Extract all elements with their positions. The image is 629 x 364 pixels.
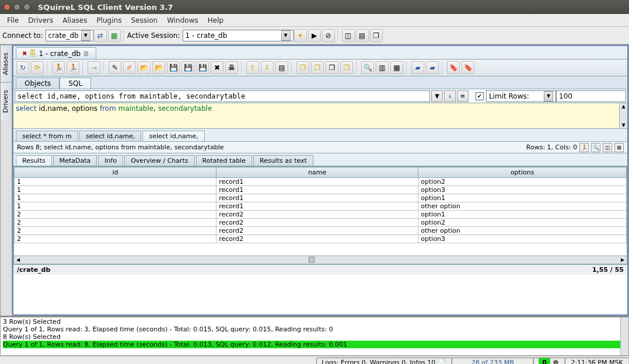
chevron-down-icon[interactable]: ▼ xyxy=(81,30,90,41)
table-cell[interactable]: other option xyxy=(418,202,627,211)
table-row[interactable]: 2record2option2 xyxy=(15,219,627,227)
menu-windows[interactable]: Windows xyxy=(162,15,203,26)
table-row[interactable]: 1record1option3 xyxy=(15,186,627,194)
list-icon[interactable]: ≡ xyxy=(457,90,469,102)
chevron-down-icon[interactable]: ▼ xyxy=(281,30,291,41)
edit-button[interactable]: ✐ xyxy=(123,61,136,74)
cut-button[interactable]: ❐ xyxy=(340,61,353,74)
table-cell[interactable]: record1 xyxy=(216,202,418,211)
results-tab-info[interactable]: Info xyxy=(98,155,123,166)
copy-button[interactable]: ❐ xyxy=(296,61,309,74)
status-gc[interactable]: 0 🗑 xyxy=(533,358,565,365)
table-row[interactable]: 1record1option1 xyxy=(15,194,627,202)
close-result-icon[interactable]: ⊠ xyxy=(614,143,624,152)
connect-button[interactable]: ⇄ xyxy=(94,29,107,42)
table-cell[interactable]: 2 xyxy=(15,211,216,219)
history-tab[interactable]: select * from m xyxy=(16,131,78,141)
log-scrollbar[interactable] xyxy=(620,317,628,355)
close-icon[interactable]: ✖ xyxy=(22,50,27,57)
run-all-button[interactable]: 🏃 xyxy=(67,61,79,74)
col-id[interactable]: id xyxy=(15,167,216,178)
history-tab[interactable]: select id,name, xyxy=(79,131,141,141)
save-all-button[interactable]: 💾 xyxy=(196,61,209,74)
limit-checkbox[interactable]: ✔ xyxy=(476,92,484,100)
graph2-button[interactable]: ▰ xyxy=(426,61,439,74)
print-button[interactable]: 🖶 xyxy=(225,61,238,74)
table-cell[interactable]: 1 xyxy=(15,194,216,202)
find-button[interactable]: 🔍 xyxy=(361,61,374,74)
new-sql-button[interactable]: ✎ xyxy=(109,61,121,74)
reconnect-button[interactable]: ⟳ xyxy=(31,61,44,74)
results-table[interactable]: id name options 1record1option21record1o… xyxy=(14,167,627,243)
copy-html-button[interactable]: ❐ xyxy=(311,61,324,74)
status-logs[interactable]: Logs: Errors 0, Warnings 0, Infos 10 📄 xyxy=(316,358,452,365)
window-minimize-icon[interactable] xyxy=(13,4,20,10)
menu-help[interactable]: Help xyxy=(203,15,228,26)
table-cell[interactable]: record2 xyxy=(216,219,418,227)
rerun-icon[interactable]: 🏃 xyxy=(579,143,589,152)
table-cell[interactable]: record2 xyxy=(216,227,418,235)
results-tab-metadata[interactable]: MetaData xyxy=(53,155,97,166)
bookmark-button[interactable]: 🔖 xyxy=(462,61,474,74)
limit-value-input[interactable] xyxy=(556,90,626,102)
table-cell[interactable]: 1 xyxy=(15,202,216,211)
session-go-button[interactable]: ✦ xyxy=(294,29,307,42)
tile-button[interactable]: ▤ xyxy=(356,29,369,42)
table-cell[interactable]: 1 xyxy=(15,178,216,186)
scroll-left-icon[interactable]: ◀ xyxy=(14,257,22,262)
scroll-right-icon[interactable]: ▶ xyxy=(618,257,627,262)
table-cell[interactable]: option1 xyxy=(418,194,627,202)
session-tab[interactable]: ✖ 🗄 1 - crate_db 🗎 xyxy=(16,47,96,59)
table-cell[interactable]: other option xyxy=(418,227,627,235)
table-row[interactable]: 2record2option3 xyxy=(15,235,627,243)
col-options[interactable]: options xyxy=(418,167,627,178)
table-cell[interactable]: option1 xyxy=(418,211,627,219)
results-tab-overview[interactable]: Overview / Charts xyxy=(124,155,194,166)
menu-session[interactable]: Session xyxy=(126,15,162,26)
scroll-down-icon[interactable]: ▼ xyxy=(621,122,625,128)
history-tab[interactable]: select id,name, xyxy=(142,131,204,141)
scroll-thumb[interactable] xyxy=(309,257,314,262)
tab-sql[interactable]: SQL xyxy=(60,78,91,89)
table-cell[interactable]: 1 xyxy=(15,186,216,194)
table-cell[interactable]: record2 xyxy=(216,235,418,243)
table-cell[interactable]: 2 xyxy=(15,235,216,243)
table-cell[interactable]: record1 xyxy=(216,186,418,194)
results-tab-results[interactable]: Results xyxy=(16,155,52,166)
open-append-button[interactable]: 📂 xyxy=(152,61,165,74)
paste-button[interactable]: ❐ xyxy=(326,61,338,74)
editor-scrollbar[interactable]: ▲ ▼ xyxy=(619,103,627,128)
next-sql-button[interactable]: ⇩ xyxy=(261,61,274,74)
menu-plugins[interactable]: Plugins xyxy=(92,15,126,26)
table-cell[interactable]: 2 xyxy=(15,219,216,227)
open-button[interactable]: 📂 xyxy=(138,61,151,74)
table-h-scrollbar[interactable]: ◀ ▶ xyxy=(14,256,627,264)
window-close-icon[interactable] xyxy=(4,4,11,10)
menu-aliases[interactable]: Aliases xyxy=(58,15,92,26)
table-row[interactable]: 2record2option1 xyxy=(15,211,627,219)
table-cell[interactable]: option2 xyxy=(418,219,627,227)
window-maximize-icon[interactable] xyxy=(23,4,30,10)
history-button[interactable]: ▤ xyxy=(275,61,288,74)
menu-drivers[interactable]: Drivers xyxy=(23,15,58,26)
chevron-down-icon[interactable]: ▼ xyxy=(544,91,553,102)
new-window-button[interactable]: ◫ xyxy=(342,29,355,42)
mark-button[interactable]: ▦ xyxy=(390,61,403,74)
session-run-button[interactable]: ▶ xyxy=(308,29,321,42)
cascade-button[interactable]: ❐ xyxy=(370,29,383,42)
sql-editor[interactable]: select id,name, options from maintable, … xyxy=(13,103,627,129)
table-row[interactable]: 1record1other option xyxy=(15,202,627,211)
col-name[interactable]: name xyxy=(216,167,418,178)
commit-button[interactable]: → xyxy=(88,61,100,74)
table-row[interactable]: 1record1option2 xyxy=(15,178,627,186)
table-cell[interactable]: record1 xyxy=(216,178,418,186)
find-icon[interactable]: 🔍 xyxy=(591,143,600,152)
arrow-down-icon[interactable]: ↓ xyxy=(444,90,456,102)
table-cell[interactable]: record2 xyxy=(216,211,418,219)
scroll-up-icon[interactable]: ▲ xyxy=(621,103,625,110)
results-tab-text[interactable]: Results as text xyxy=(253,155,313,166)
table-cell[interactable]: option3 xyxy=(418,186,627,194)
menu-file[interactable]: File xyxy=(2,15,23,26)
tab-objects[interactable]: Objects xyxy=(16,78,60,89)
run-button[interactable]: 🏃 xyxy=(52,61,65,74)
